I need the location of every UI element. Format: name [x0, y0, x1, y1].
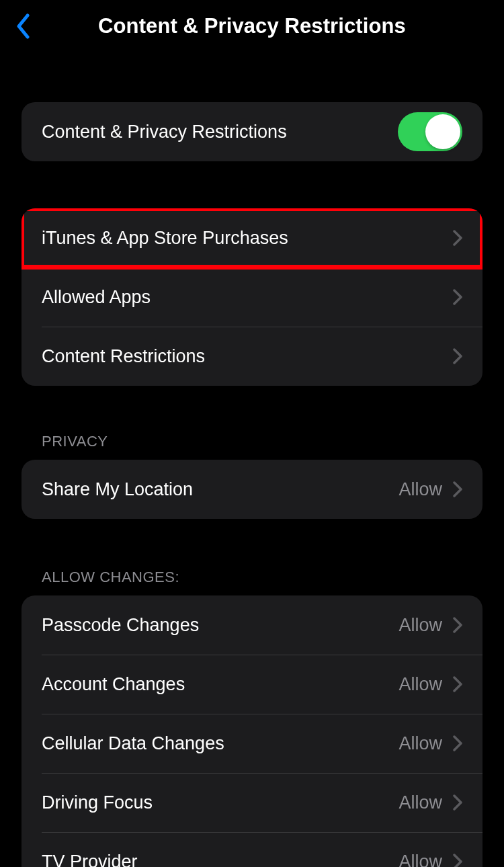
chevron-right-icon: [453, 617, 462, 633]
row-content-restrictions[interactable]: Content Restrictions: [22, 327, 482, 386]
chevron-right-icon: [453, 481, 462, 497]
section-header-privacy: Privacy: [22, 433, 482, 460]
row-label: Content Restrictions: [42, 346, 205, 367]
back-button[interactable]: [9, 13, 36, 40]
row-tv-provider[interactable]: TV Provider Allow: [22, 832, 482, 867]
row-value: Allow: [398, 674, 442, 695]
chevron-right-icon: [453, 735, 462, 751]
row-value: Allow: [398, 615, 442, 636]
chevron-right-icon: [453, 289, 462, 305]
chevron-right-icon: [453, 230, 462, 246]
row-content-privacy-restrictions[interactable]: Content & Privacy Restrictions: [22, 102, 482, 161]
toggle-knob: [425, 114, 460, 149]
row-value: Allow: [398, 792, 442, 813]
chevron-right-icon: [453, 676, 462, 692]
row-driving-focus[interactable]: Driving Focus Allow: [22, 773, 482, 832]
group-privacy: Share My Location Allow: [22, 460, 482, 519]
row-label: Driving Focus: [42, 792, 153, 813]
page-title: Content & Privacy Restrictions: [98, 14, 406, 38]
row-label: Share My Location: [42, 479, 193, 500]
chevron-left-icon: [15, 13, 30, 39]
row-account-changes[interactable]: Account Changes Allow: [22, 655, 482, 714]
row-itunes-app-store-purchases[interactable]: iTunes & App Store Purchases: [22, 208, 482, 267]
row-label: Account Changes: [42, 674, 185, 695]
chevron-right-icon: [453, 794, 462, 811]
group-master: Content & Privacy Restrictions: [22, 102, 482, 161]
row-value: Allow: [398, 733, 442, 754]
chevron-right-icon: [453, 348, 462, 364]
row-passcode-changes[interactable]: Passcode Changes Allow: [22, 595, 482, 655]
row-label: iTunes & App Store Purchases: [42, 228, 288, 249]
group-store: iTunes & App Store Purchases Allowed App…: [22, 208, 482, 386]
row-label: Content & Privacy Restrictions: [42, 122, 287, 142]
toggle-content-privacy[interactable]: [398, 112, 462, 151]
row-label: Cellular Data Changes: [42, 733, 224, 754]
chevron-right-icon: [453, 854, 462, 867]
row-share-my-location[interactable]: Share My Location Allow: [22, 460, 482, 519]
row-cellular-data-changes[interactable]: Cellular Data Changes Allow: [22, 714, 482, 773]
row-label: Passcode Changes: [42, 615, 199, 636]
row-allowed-apps[interactable]: Allowed Apps: [22, 267, 482, 327]
row-label: Allowed Apps: [42, 287, 151, 308]
group-allow-changes: Passcode Changes Allow Account Changes A…: [22, 595, 482, 867]
row-label: TV Provider: [42, 852, 138, 868]
nav-bar: Content & Privacy Restrictions: [0, 0, 504, 52]
row-value: Allow: [398, 479, 442, 500]
section-header-allow-changes: Allow Changes:: [22, 569, 482, 595]
row-value: Allow: [398, 852, 442, 868]
